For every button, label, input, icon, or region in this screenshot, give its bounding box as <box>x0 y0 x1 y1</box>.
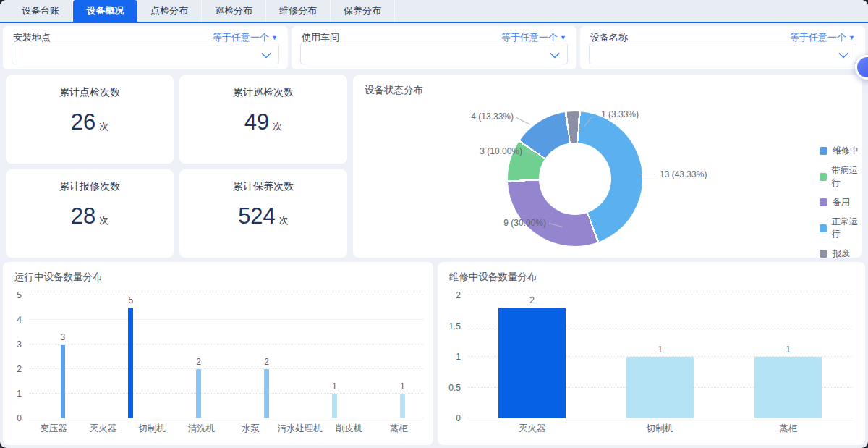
bar-value-label: 2 <box>264 357 269 367</box>
donut-chart-title: 设备状态分布 <box>365 84 423 97</box>
donut-slice-label: 13 (43.33%) <box>660 169 707 179</box>
legend-item-备用[interactable]: 备用 <box>820 196 862 208</box>
donut-slice-label: 9 (30.00%) <box>503 218 546 228</box>
filter-select-input[interactable] <box>12 43 279 64</box>
filter-head: 设备名称等于任意一个▼ <box>580 26 865 44</box>
filter-head: 安装地点等于任意一个▼ <box>3 26 288 44</box>
tab-保养分布[interactable]: 保养分布 <box>331 0 395 22</box>
legend-item-报废[interactable]: 报废 <box>820 248 862 260</box>
tab-维修分布[interactable]: 维修分布 <box>266 0 331 22</box>
filter-operator-label: 等于任意一个 <box>790 32 846 43</box>
donut-hole <box>539 143 611 215</box>
bar-灭火器[interactable] <box>498 308 565 418</box>
tab-设备台账[interactable]: 设备台账 <box>9 0 73 22</box>
bar-变压器[interactable] <box>61 345 66 418</box>
filter-select-input[interactable] <box>589 43 856 64</box>
filter-使用车间: 使用车间等于任意一个▼ <box>292 26 576 69</box>
caret-down-icon: ▼ <box>271 34 278 41</box>
bar-column-污水处理机: 1 <box>368 295 436 418</box>
y-axis-tick-label: 0 <box>17 413 22 423</box>
bar-切制机[interactable] <box>626 357 693 418</box>
legend-item-维修中[interactable]: 维修中 <box>820 145 862 157</box>
bar-column-水泵: 1 <box>301 295 369 418</box>
bar-chart-title: 运行中设备数量分布 <box>14 271 103 284</box>
bar-value-label: 1 <box>658 345 663 355</box>
x-axis-category-label: 清洗机 <box>176 423 226 435</box>
stat-number: 524 <box>238 203 276 229</box>
stat-unit: 次 <box>99 120 109 133</box>
y-axis-tick-label: 2 <box>17 364 22 374</box>
bar-切制机[interactable] <box>196 369 201 418</box>
bar-蒸柜[interactable] <box>754 357 821 418</box>
x-axis-category-label: 削皮机 <box>325 423 374 435</box>
x-axis-category-label: 变压器 <box>29 423 78 435</box>
stat-number: 49 <box>244 109 269 135</box>
legend-label: 带病运行 <box>832 164 862 189</box>
stat-card-title: 累计巡检次数 <box>179 75 347 99</box>
bar-水泵[interactable] <box>332 394 337 418</box>
y-axis-tick-label: 0 <box>456 413 461 423</box>
y-axis-tick-label: 3 <box>17 339 22 350</box>
x-axis-category-label: 污水处理机 <box>276 423 325 435</box>
bar-column-灭火器: 5 <box>97 295 165 418</box>
filter-head: 使用车间等于任意一个▼ <box>292 26 576 44</box>
tab-巡检分布[interactable]: 巡检分布 <box>202 0 266 22</box>
stat-card-value: 524次 <box>179 203 347 229</box>
y-axis: 00.511.52 <box>438 295 464 418</box>
stat-number: 28 <box>71 203 95 229</box>
legend-swatch <box>820 224 827 232</box>
filter-select-input[interactable] <box>300 43 568 64</box>
y-axis-tick-label: 2 <box>456 290 461 300</box>
stat-card-累计点检次数: 累计点检次数26次 <box>6 75 174 164</box>
legend-label: 报废 <box>833 248 850 260</box>
bar-value-label: 2 <box>196 357 201 367</box>
filter-operator-label: 等于任意一个 <box>501 32 558 43</box>
caret-down-icon: ▼ <box>848 34 855 41</box>
donut-leader-line <box>639 174 655 174</box>
stat-card-value: 49次 <box>179 109 347 135</box>
stat-card-累计巡检次数: 累计巡检次数49次 <box>179 75 347 164</box>
chevron-down-icon <box>261 48 271 59</box>
legend-label: 维修中 <box>833 145 859 157</box>
stat-card-title: 累计点检次数 <box>6 75 174 99</box>
bar-column-切制机: 1 <box>596 295 724 418</box>
tab-点检分布[interactable]: 点检分布 <box>137 0 202 22</box>
y-axis-tick-label: 1.5 <box>448 321 461 331</box>
bar-chart-plot: 35221111 <box>29 295 423 418</box>
tab-设备概况[interactable]: 设备概况 <box>73 0 137 22</box>
stat-card-title: 累计报修次数 <box>6 169 174 193</box>
bar-value-label: 5 <box>128 295 133 305</box>
stat-number: 26 <box>71 109 95 135</box>
filter-安装地点: 安装地点等于任意一个▼ <box>3 26 288 69</box>
bar-column-切制机: 2 <box>165 295 233 418</box>
donut-leader-line <box>592 117 600 117</box>
x-axis-labels: 变压器灭火器切制机清洗机水泵污水处理机削皮机蒸柜 <box>29 423 423 435</box>
y-axis-tick-label: 5 <box>17 290 22 300</box>
bar-清洗机[interactable] <box>264 369 269 418</box>
stat-unit: 次 <box>279 214 289 227</box>
legend-item-带病运行[interactable]: 带病运行 <box>820 164 862 189</box>
legend-swatch <box>820 173 827 181</box>
bar-value-label: 2 <box>529 295 535 305</box>
legend-swatch <box>820 147 827 155</box>
legend-label: 备用 <box>833 196 850 208</box>
bar-污水处理机[interactable] <box>400 394 405 418</box>
x-axis-category-label: 蒸柜 <box>374 423 423 435</box>
y-axis-tick-label: 0.5 <box>448 383 461 393</box>
bar-灭火器[interactable] <box>128 308 133 418</box>
stat-card-累计报修次数: 累计报修次数28次 <box>6 169 174 258</box>
y-axis-tick-label: 1 <box>456 352 461 362</box>
donut-slice-label: 3 (10.00%) <box>480 146 522 156</box>
stat-card-title: 累计保养次数 <box>179 169 347 193</box>
filter-operator-label: 等于任意一个 <box>213 32 269 43</box>
dashboard-page: 设备台账设备概况点检分布巡检分布维修分布保养分布 安装地点等于任意一个▼使用车间… <box>0 0 868 448</box>
legend-item-正常运行[interactable]: 正常运行 <box>820 216 862 240</box>
device-status-card: 设备状态分布 13 (43.33%) 9 (30.00%) 3 (10.00%)… <box>353 75 862 258</box>
donut-slice-label: 4 (13.33%) <box>471 111 514 122</box>
chevron-down-icon <box>838 48 848 59</box>
x-axis-category-label: 灭火器 <box>468 423 596 435</box>
filter-设备名称: 设备名称等于任意一个▼ <box>580 26 865 69</box>
donut-slice-label: 1 (3.33%) <box>601 109 639 119</box>
bar-value-label: 3 <box>61 332 66 342</box>
repairing-devices-card: 维修中设备数量分布 00.511.52 211 灭火器切制机蒸柜 <box>438 262 865 445</box>
